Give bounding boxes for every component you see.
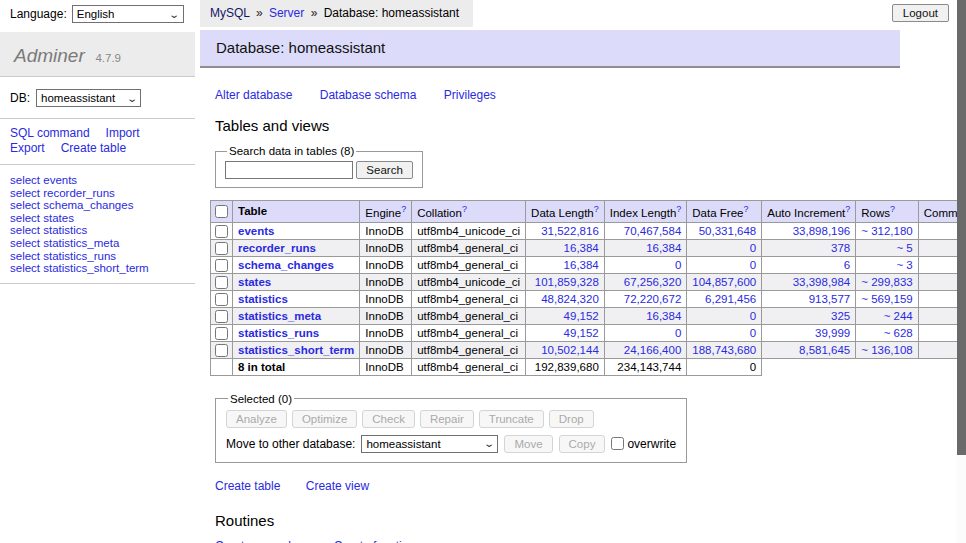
index-length-link[interactable]: 67,256,320 [624,276,682,288]
sidebar-select-link[interactable]: select statistics_short_term [10,262,185,275]
rows-link[interactable]: ~ 244 [884,310,913,322]
copy-button[interactable]: Copy [559,435,606,453]
rows-link[interactable]: ~ 312,180 [861,225,912,237]
help-link[interactable]: ? [890,204,895,214]
row-checkbox[interactable] [215,344,228,357]
sidebar-select-link[interactable]: select schema_changes [10,199,185,212]
help-link[interactable]: ? [594,204,599,214]
data-length-link[interactable]: 49,152 [564,327,599,339]
search-input[interactable] [225,161,353,179]
rows-link[interactable]: ~ 136,108 [861,344,912,356]
table-name-link[interactable]: states [238,276,271,288]
auto-increment-link[interactable]: 913,577 [809,293,851,305]
table-name-link[interactable]: statistics_runs [238,327,319,339]
create-function-link[interactable]: Create function [334,539,415,543]
privileges-link[interactable]: Privileges [444,88,496,102]
data-free-link[interactable]: 0 [750,242,756,254]
rows-link[interactable]: ~ 3 [896,259,912,271]
sidebar-import-link[interactable]: Import [106,126,140,140]
row-checkbox[interactable] [215,225,228,238]
auto-increment-link[interactable]: 33,398,984 [793,276,851,288]
data-length-link[interactable]: 16,384 [564,259,599,271]
breadcrumb-mysql-link[interactable]: MySQL [210,6,250,20]
data-length-link[interactable]: 101,859,328 [535,276,599,288]
index-length-link[interactable]: 0 [675,327,681,339]
help-link[interactable]: ? [845,204,850,214]
sidebar-select-link[interactable]: select recorder_runs [10,187,185,200]
breadcrumb-server-link[interactable]: Server [269,6,304,20]
optimize-button[interactable]: Optimize [292,410,357,428]
analyze-button[interactable]: Analyze [226,410,287,428]
rows-link[interactable]: ~ 569,159 [861,293,912,305]
row-checkbox[interactable] [215,310,228,323]
logout-button[interactable]: Logout [892,4,949,22]
create-table-link[interactable]: Create table [215,479,280,493]
row-checkbox[interactable] [215,327,228,340]
sidebar-create-table-link[interactable]: Create table [61,141,126,155]
help-link[interactable]: ? [401,204,406,214]
sidebar-select-link[interactable]: select states [10,212,185,225]
create-procedure-link[interactable]: Create procedure [215,539,308,543]
help-link[interactable]: ? [462,204,467,214]
move-db-select[interactable]: homeassistant ⌄ [361,435,498,453]
help-link[interactable]: ? [676,204,681,214]
index-length-link[interactable]: 24,166,400 [624,344,682,356]
sidebar-select-link[interactable]: select statistics_meta [10,237,185,250]
auto-increment-link[interactable]: 33,898,196 [793,225,851,237]
data-free-link[interactable]: 0 [750,327,756,339]
table-name-link[interactable]: statistics_meta [238,310,321,322]
table-name-link[interactable]: events [238,225,274,237]
data-length-link[interactable]: 16,384 [564,242,599,254]
sidebar-select-link[interactable]: select statistics [10,224,185,237]
data-free-link[interactable]: 104,857,600 [692,276,756,288]
repair-button[interactable]: Repair [420,410,474,428]
data-free-link[interactable]: 188,743,680 [692,344,756,356]
data-free-link[interactable]: 0 [750,310,756,322]
alter-database-link[interactable]: Alter database [215,88,292,102]
language-select[interactable]: English ⌄ [72,5,184,23]
data-length-link[interactable]: 48,824,320 [541,293,599,305]
index-length-link[interactable]: 72,220,672 [624,293,682,305]
overwrite-checkbox[interactable] [611,437,624,450]
sidebar-export-link[interactable]: Export [10,141,45,155]
index-length-link[interactable]: 16,384 [646,242,681,254]
rows-link[interactable]: ~ 299,833 [861,276,912,288]
select-all-checkbox[interactable] [215,205,228,218]
data-length-link[interactable]: 10,502,144 [541,344,599,356]
data-length-link[interactable]: 49,152 [564,310,599,322]
index-length-link[interactable]: 0 [675,259,681,271]
row-checkbox[interactable] [215,276,228,289]
database-schema-link[interactable]: Database schema [320,88,417,102]
data-length-link[interactable]: 31,522,816 [541,225,599,237]
move-button[interactable]: Move [504,435,552,453]
data-free-link[interactable]: 6,291,456 [705,293,756,305]
row-checkbox[interactable] [215,293,228,306]
table-name-link[interactable]: statistics [238,293,288,305]
table-name-link[interactable]: recorder_runs [238,242,316,254]
sidebar-select-link[interactable]: select statistics_runs [10,250,185,263]
rows-link[interactable]: ~ 5 [896,242,912,254]
rows-link[interactable]: ~ 628 [884,327,913,339]
row-checkbox[interactable] [215,242,228,255]
data-free-link[interactable]: 0 [750,259,756,271]
auto-increment-link[interactable]: 8,581,645 [799,344,850,356]
index-length-link[interactable]: 70,467,584 [624,225,682,237]
search-button[interactable]: Search [356,161,412,179]
scrollbar-thumb[interactable] [957,0,966,455]
auto-increment-link[interactable]: 325 [831,310,850,322]
check-button[interactable]: Check [362,410,415,428]
db-select[interactable]: homeassistant ⌄ [36,89,141,107]
auto-increment-link[interactable]: 378 [831,242,850,254]
data-free-link[interactable]: 50,331,648 [699,225,757,237]
row-checkbox[interactable] [215,259,228,272]
create-view-link[interactable]: Create view [306,479,369,493]
index-length-link[interactable]: 16,384 [646,310,681,322]
drop-button[interactable]: Drop [549,410,594,428]
auto-increment-link[interactable]: 6 [844,259,850,271]
table-name-link[interactable]: statistics_short_term [238,344,354,356]
sidebar-sql-command-link[interactable]: SQL command [10,126,90,140]
scrollbar[interactable] [957,0,966,543]
auto-increment-link[interactable]: 39,999 [815,327,850,339]
help-link[interactable]: ? [743,204,748,214]
truncate-button[interactable]: Truncate [479,410,544,428]
